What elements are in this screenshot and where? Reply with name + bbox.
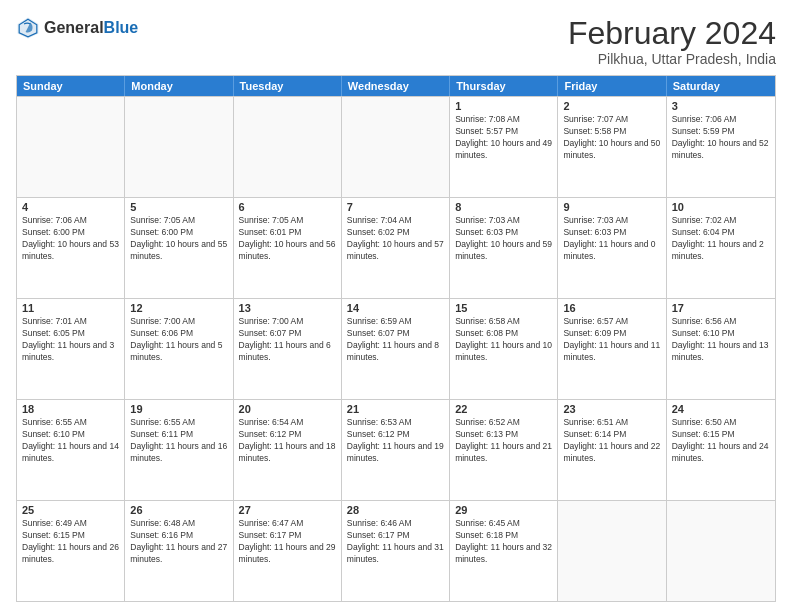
cell-day-number: 4 (22, 201, 119, 213)
cell-info: Sunrise: 6:59 AM Sunset: 6:07 PM Dayligh… (347, 316, 444, 364)
sunset-label: Sunset: 6:04 PM (672, 227, 735, 237)
cell-info: Sunrise: 6:50 AM Sunset: 6:15 PM Dayligh… (672, 417, 770, 465)
cal-cell: 17 Sunrise: 6:56 AM Sunset: 6:10 PM Dayl… (667, 299, 775, 399)
daylight-label: Daylight: 10 hours and 53 minutes. (22, 239, 119, 261)
sunset-label: Sunset: 6:05 PM (22, 328, 85, 338)
cell-info: Sunrise: 7:07 AM Sunset: 5:58 PM Dayligh… (563, 114, 660, 162)
cell-day-number: 23 (563, 403, 660, 415)
cell-day-number: 11 (22, 302, 119, 314)
location: Pilkhua, Uttar Pradesh, India (568, 51, 776, 67)
cell-day-number: 9 (563, 201, 660, 213)
cell-day-number: 6 (239, 201, 336, 213)
cal-cell: 14 Sunrise: 6:59 AM Sunset: 6:07 PM Dayl… (342, 299, 450, 399)
cell-day-number: 15 (455, 302, 552, 314)
sunset-label: Sunset: 6:18 PM (455, 530, 518, 540)
cal-cell: 18 Sunrise: 6:55 AM Sunset: 6:10 PM Dayl… (17, 400, 125, 500)
sunset-label: Sunset: 6:12 PM (239, 429, 302, 439)
daylight-label: Daylight: 11 hours and 8 minutes. (347, 340, 439, 362)
cell-info: Sunrise: 6:55 AM Sunset: 6:10 PM Dayligh… (22, 417, 119, 465)
sunset-label: Sunset: 6:03 PM (455, 227, 518, 237)
calendar: Sunday Monday Tuesday Wednesday Thursday… (16, 75, 776, 602)
cell-day-number: 12 (130, 302, 227, 314)
cal-cell: 25 Sunrise: 6:49 AM Sunset: 6:15 PM Dayl… (17, 501, 125, 601)
cell-info: Sunrise: 7:00 AM Sunset: 6:06 PM Dayligh… (130, 316, 227, 364)
sunrise-label: Sunrise: 7:07 AM (563, 114, 628, 124)
header-sunday: Sunday (17, 76, 125, 96)
cell-info: Sunrise: 7:03 AM Sunset: 6:03 PM Dayligh… (563, 215, 660, 263)
cell-info: Sunrise: 6:57 AM Sunset: 6:09 PM Dayligh… (563, 316, 660, 364)
sunrise-label: Sunrise: 6:59 AM (347, 316, 412, 326)
header-saturday: Saturday (667, 76, 775, 96)
cell-info: Sunrise: 7:03 AM Sunset: 6:03 PM Dayligh… (455, 215, 552, 263)
cell-day-number: 29 (455, 504, 552, 516)
daylight-label: Daylight: 11 hours and 22 minutes. (563, 441, 660, 463)
cal-row-4: 25 Sunrise: 6:49 AM Sunset: 6:15 PM Dayl… (17, 500, 775, 601)
sunset-label: Sunset: 6:14 PM (563, 429, 626, 439)
daylight-label: Daylight: 11 hours and 27 minutes. (130, 542, 227, 564)
cal-row-2: 11 Sunrise: 7:01 AM Sunset: 6:05 PM Dayl… (17, 298, 775, 399)
daylight-label: Daylight: 11 hours and 21 minutes. (455, 441, 552, 463)
cal-cell: 10 Sunrise: 7:02 AM Sunset: 6:04 PM Dayl… (667, 198, 775, 298)
cell-day-number: 18 (22, 403, 119, 415)
daylight-label: Daylight: 11 hours and 11 minutes. (563, 340, 660, 362)
cal-cell: 5 Sunrise: 7:05 AM Sunset: 6:00 PM Dayli… (125, 198, 233, 298)
header-monday: Monday (125, 76, 233, 96)
cal-cell: 20 Sunrise: 6:54 AM Sunset: 6:12 PM Dayl… (234, 400, 342, 500)
cal-cell: 15 Sunrise: 6:58 AM Sunset: 6:08 PM Dayl… (450, 299, 558, 399)
sunrise-label: Sunrise: 6:52 AM (455, 417, 520, 427)
sunrise-label: Sunrise: 6:53 AM (347, 417, 412, 427)
cell-info: Sunrise: 6:47 AM Sunset: 6:17 PM Dayligh… (239, 518, 336, 566)
sunset-label: Sunset: 6:17 PM (239, 530, 302, 540)
sunrise-label: Sunrise: 6:48 AM (130, 518, 195, 528)
sunrise-label: Sunrise: 6:45 AM (455, 518, 520, 528)
sunrise-label: Sunrise: 7:03 AM (563, 215, 628, 225)
sunset-label: Sunset: 6:15 PM (672, 429, 735, 439)
page: GeneralBlue February 2024 Pilkhua, Uttar… (0, 0, 792, 612)
daylight-label: Daylight: 11 hours and 6 minutes. (239, 340, 331, 362)
header-thursday: Thursday (450, 76, 558, 96)
daylight-label: Daylight: 11 hours and 18 minutes. (239, 441, 336, 463)
cell-info: Sunrise: 6:49 AM Sunset: 6:15 PM Dayligh… (22, 518, 119, 566)
sunrise-label: Sunrise: 6:58 AM (455, 316, 520, 326)
cell-day-number: 2 (563, 100, 660, 112)
cell-day-number: 8 (455, 201, 552, 213)
sunrise-label: Sunrise: 7:05 AM (239, 215, 304, 225)
sunset-label: Sunset: 6:10 PM (22, 429, 85, 439)
cell-day-number: 16 (563, 302, 660, 314)
logo-blue: Blue (104, 19, 139, 36)
cal-cell: 1 Sunrise: 7:08 AM Sunset: 5:57 PM Dayli… (450, 97, 558, 197)
sunset-label: Sunset: 6:13 PM (455, 429, 518, 439)
cell-info: Sunrise: 6:54 AM Sunset: 6:12 PM Dayligh… (239, 417, 336, 465)
sunrise-label: Sunrise: 7:08 AM (455, 114, 520, 124)
cal-cell: 28 Sunrise: 6:46 AM Sunset: 6:17 PM Dayl… (342, 501, 450, 601)
sunrise-label: Sunrise: 6:55 AM (22, 417, 87, 427)
cal-cell: 26 Sunrise: 6:48 AM Sunset: 6:16 PM Dayl… (125, 501, 233, 601)
cal-cell: 11 Sunrise: 7:01 AM Sunset: 6:05 PM Dayl… (17, 299, 125, 399)
sunrise-label: Sunrise: 7:01 AM (22, 316, 87, 326)
cell-info: Sunrise: 6:56 AM Sunset: 6:10 PM Dayligh… (672, 316, 770, 364)
cal-row-3: 18 Sunrise: 6:55 AM Sunset: 6:10 PM Dayl… (17, 399, 775, 500)
cell-info: Sunrise: 7:00 AM Sunset: 6:07 PM Dayligh… (239, 316, 336, 364)
sunrise-label: Sunrise: 6:55 AM (130, 417, 195, 427)
cell-info: Sunrise: 7:06 AM Sunset: 6:00 PM Dayligh… (22, 215, 119, 263)
cell-info: Sunrise: 6:46 AM Sunset: 6:17 PM Dayligh… (347, 518, 444, 566)
cal-cell: 21 Sunrise: 6:53 AM Sunset: 6:12 PM Dayl… (342, 400, 450, 500)
cal-cell (667, 501, 775, 601)
calendar-header: Sunday Monday Tuesday Wednesday Thursday… (17, 76, 775, 96)
sunrise-label: Sunrise: 6:50 AM (672, 417, 737, 427)
cal-cell: 23 Sunrise: 6:51 AM Sunset: 6:14 PM Dayl… (558, 400, 666, 500)
sunset-label: Sunset: 6:11 PM (130, 429, 193, 439)
cell-info: Sunrise: 6:48 AM Sunset: 6:16 PM Dayligh… (130, 518, 227, 566)
header-tuesday: Tuesday (234, 76, 342, 96)
daylight-label: Daylight: 10 hours and 59 minutes. (455, 239, 552, 261)
cal-cell (125, 97, 233, 197)
sunset-label: Sunset: 6:07 PM (347, 328, 410, 338)
cell-day-number: 5 (130, 201, 227, 213)
header-friday: Friday (558, 76, 666, 96)
title-block: February 2024 Pilkhua, Uttar Pradesh, In… (568, 16, 776, 67)
cell-day-number: 17 (672, 302, 770, 314)
sunrise-label: Sunrise: 7:06 AM (672, 114, 737, 124)
cell-day-number: 10 (672, 201, 770, 213)
sunset-label: Sunset: 6:07 PM (239, 328, 302, 338)
daylight-label: Daylight: 11 hours and 3 minutes. (22, 340, 114, 362)
